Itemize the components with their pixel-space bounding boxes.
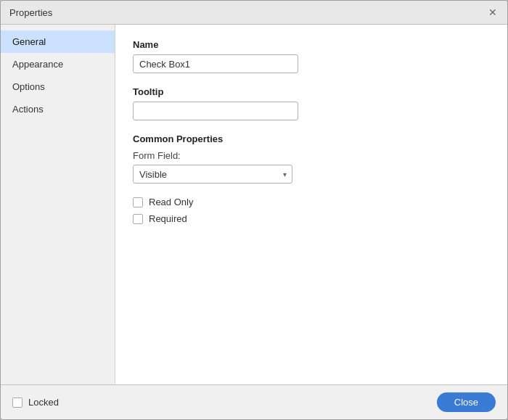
title-bar: Properties ✕ (1, 1, 507, 25)
dialog-title: Properties (9, 7, 52, 18)
form-field-label: Form Field: (133, 150, 490, 161)
tooltip-field-group: Tooltip (133, 86, 490, 120)
read-only-checkbox[interactable] (133, 197, 143, 207)
footer: Locked Close (1, 384, 507, 419)
locked-row: Locked (12, 397, 59, 408)
read-only-row: Read Only (133, 197, 490, 207)
sidebar: General Appearance Options Actions (1, 25, 115, 384)
form-field-select-wrapper: Visible Hidden No Print No View ▾ (133, 165, 292, 184)
required-row: Required (133, 213, 490, 224)
tooltip-input[interactable] (133, 102, 298, 120)
close-dialog-button[interactable]: Close (437, 392, 496, 412)
sidebar-item-actions[interactable]: Actions (1, 98, 115, 120)
window-close-button[interactable]: ✕ (487, 7, 499, 18)
sidebar-item-options[interactable]: Options (1, 75, 115, 98)
locked-label[interactable]: Locked (28, 397, 59, 408)
locked-checkbox[interactable] (12, 398, 22, 408)
name-label: Name (133, 39, 490, 50)
common-properties-title: Common Properties (133, 133, 490, 144)
tooltip-label: Tooltip (133, 86, 490, 97)
content-area: Name Tooltip Common Properties Form Fiel… (115, 25, 507, 384)
sidebar-item-appearance[interactable]: Appearance (1, 53, 115, 75)
name-field-group: Name (133, 39, 490, 73)
properties-dialog: Properties ✕ General Appearance Options … (0, 0, 508, 420)
main-content: General Appearance Options Actions Name … (1, 25, 507, 384)
form-field-select[interactable]: Visible Hidden No Print No View (133, 165, 292, 184)
sidebar-item-general[interactable]: General (1, 30, 115, 53)
read-only-label[interactable]: Read Only (149, 197, 193, 207)
name-input[interactable] (133, 54, 298, 73)
common-properties-group: Common Properties Form Field: Visible Hi… (133, 133, 490, 184)
required-checkbox[interactable] (133, 214, 143, 224)
required-label[interactable]: Required (149, 213, 187, 224)
